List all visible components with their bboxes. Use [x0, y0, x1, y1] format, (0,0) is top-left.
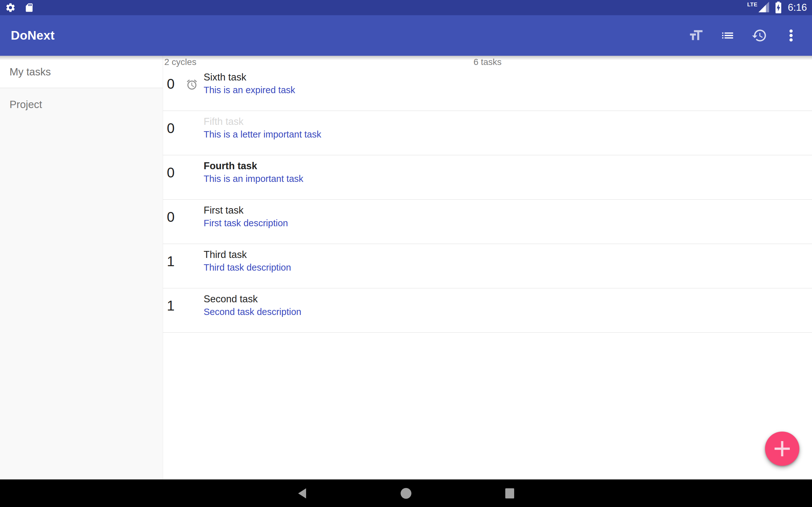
task-title: Fourth task	[204, 160, 303, 172]
recents-icon	[504, 487, 515, 499]
task-row[interactable]: 1 Second task Second task description	[163, 288, 812, 333]
task-count-column: 0	[163, 66, 204, 111]
task-cycle-count: 0	[167, 209, 174, 225]
network-type-label: LTE	[747, 2, 757, 8]
task-title: Fifth task	[204, 115, 321, 128]
task-cycle-count: 1	[167, 253, 174, 269]
task-description: This is a letter important task	[204, 129, 321, 140]
task-description: This is an expired task	[204, 84, 295, 96]
task-row[interactable]: 0 First task First task description	[163, 200, 812, 244]
task-text-block: First task First task description	[204, 200, 288, 244]
task-text-block: Fourth task This is an important task	[204, 155, 303, 199]
task-row[interactable]: 0 Fifth task This is a letter important …	[163, 111, 812, 155]
home-icon	[400, 487, 412, 499]
sd-card-icon	[24, 3, 34, 13]
list-header: 2 cycles 6 tasks	[163, 56, 812, 66]
task-description: This is an important task	[204, 173, 303, 184]
task-cycle-count: 0	[167, 120, 174, 136]
tasks-count-label: 6 tasks	[473, 57, 502, 67]
format-size-button[interactable]	[687, 26, 705, 44]
add-task-fab[interactable]	[765, 432, 799, 466]
task-cycle-count: 0	[167, 76, 174, 92]
task-title: Sixth task	[204, 71, 295, 83]
task-count-column: 0	[163, 200, 204, 244]
list-view-button[interactable]	[719, 26, 737, 44]
recents-button[interactable]	[502, 486, 517, 501]
history-button[interactable]	[751, 26, 768, 44]
task-count-column: 1	[163, 288, 204, 332]
task-row[interactable]: 0 Fourth task This is an important task	[163, 155, 812, 200]
task-text-block: Fifth task This is a letter important ta…	[204, 111, 321, 155]
task-cycle-count: 1	[167, 298, 174, 314]
sidebar-item-project[interactable]: Project	[0, 88, 163, 121]
task-cycle-count: 0	[167, 165, 174, 181]
task-list-panel: 2 cycles 6 tasks 0 Sixth task This is an…	[163, 56, 812, 480]
task-count-column: 0	[163, 111, 204, 155]
task-row[interactable]: 1 Third task Third task description	[163, 244, 812, 288]
task-list: 0 Sixth task This is an expired task 0 F…	[163, 66, 812, 333]
task-title: Third task	[204, 248, 291, 261]
navigation-bar	[0, 480, 812, 507]
task-count-column: 1	[163, 244, 204, 288]
battery-charging-icon	[774, 1, 783, 14]
status-bar: LTE 6:16	[0, 0, 812, 15]
task-text-block: Second task Second task description	[204, 288, 301, 332]
task-row[interactable]: 0 Sixth task This is an expired task	[163, 66, 812, 111]
task-count-column: 0	[163, 155, 204, 199]
back-icon	[297, 487, 307, 499]
sidebar-item-label: My tasks	[9, 66, 51, 78]
task-description: Third task description	[204, 262, 291, 273]
cycles-count-label: 2 cycles	[164, 57, 196, 67]
overflow-menu-button[interactable]	[782, 26, 800, 44]
sidebar: My tasks Project	[0, 56, 163, 480]
task-text-block: Third task Third task description	[204, 244, 291, 288]
signal-icon: LTE	[747, 1, 770, 14]
alarm-icon	[186, 78, 198, 91]
plus-icon	[773, 440, 791, 458]
back-button[interactable]	[295, 486, 310, 501]
sidebar-item-label: Project	[9, 99, 42, 111]
task-description: First task description	[204, 217, 288, 229]
task-title: Second task	[204, 293, 301, 305]
task-text-block: Sixth task This is an expired task	[204, 66, 295, 111]
task-title: First task	[204, 204, 288, 217]
settings-icon	[5, 2, 16, 13]
clock-time: 6:16	[786, 2, 807, 13]
task-description: Second task description	[204, 306, 301, 318]
app-title: DoNext	[11, 29, 55, 43]
screen: LTE 6:16 DoNext	[0, 0, 812, 507]
app-bar: DoNext	[0, 15, 812, 56]
sidebar-item-my-tasks[interactable]: My tasks	[0, 56, 163, 88]
home-button[interactable]	[398, 486, 414, 501]
